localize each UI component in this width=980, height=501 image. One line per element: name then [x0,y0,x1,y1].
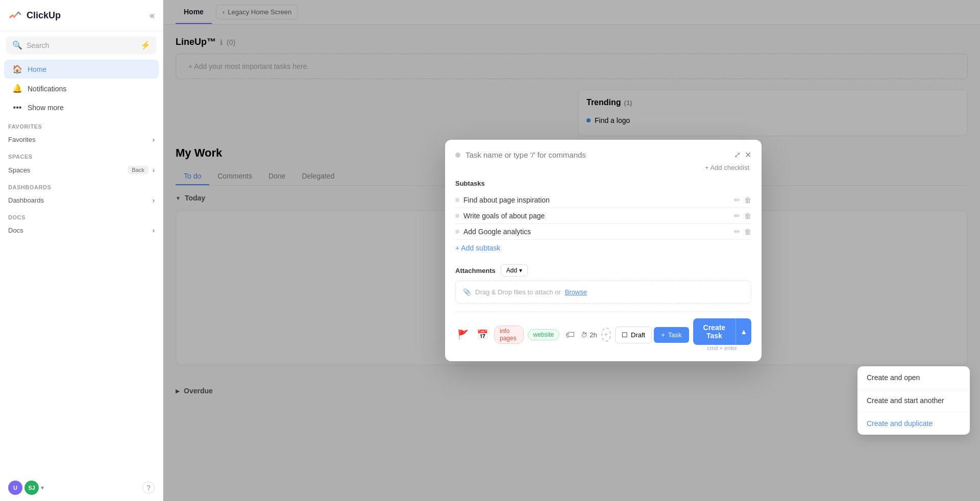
dashboards-row[interactable]: Dashboards › [0,192,163,208]
subtask-edit-button-1[interactable]: ✏ [734,212,740,220]
website-tag[interactable]: website [528,329,560,340]
draft-label: Draft [631,331,645,339]
attachments-section: Attachments Add ▾ 📎 Drag & Drop files to… [455,264,751,304]
help-button[interactable]: ? [142,482,155,494]
avatar-sj[interactable]: SJ [24,481,39,495]
create-task-button[interactable]: Create Task [693,318,736,345]
create-task-split-button: Create Task ▲ [693,318,751,345]
subtask-delete-button-1[interactable]: 🗑 [744,212,751,220]
dropdown-item-create-another[interactable]: Create and start another [857,389,970,412]
modal-top-row: ⤢ ✕ [455,150,751,160]
lightning-icon: ⚡ [140,40,151,50]
subtask-actions-1: ✏ 🗑 [734,212,751,220]
attachments-label: Attachments [455,267,496,274]
sidebar-item-notifications-label: Notifications [28,85,66,93]
spaces-row[interactable]: Spaces Back › [0,162,163,178]
flag-icon-button[interactable]: 🚩 [455,327,471,342]
subtasks-label: Subtasks [455,180,751,187]
main-content-area: Home ‹ Legacy Home Screen LineUp™ ℹ (0) … [163,0,980,501]
clickup-logo-icon [8,8,22,22]
subtask-edit-button-2[interactable]: ✏ [734,228,740,236]
docs-section-label: DOCS [0,208,163,222]
subtask-dot-2 [455,230,459,234]
sidebar-nav: 🏠 Home 🔔 Notifications ••• Show more [0,59,163,117]
add-subtask-button[interactable]: + Add subtask [455,240,500,256]
dropdown-item-create-open[interactable]: Create and open [857,366,970,389]
sidebar-item-home[interactable]: 🏠 Home [4,60,159,79]
sidebar-item-show-more[interactable]: ••• Show more [4,98,159,117]
task-plus-icon: + [661,331,665,339]
docs-label: Docs [8,227,23,234]
search-text: Search [27,41,49,49]
bell-icon: 🔔 [12,84,22,93]
subtask-edit-button-0[interactable]: ✏ [734,196,740,204]
info-pages-tag[interactable]: info pages [494,325,524,344]
sidebar-footer: U SJ ▾ ? [0,474,163,501]
assignee-button[interactable]: + [601,328,611,342]
add-checklist-row[interactable]: + Add checklist [455,164,751,171]
favorites-label: Favorites [8,136,35,143]
dashboards-label: Dashboards [8,196,44,204]
task-name-input[interactable] [465,151,729,159]
home-icon: 🏠 [12,64,22,74]
modal-top-actions: ⤢ ✕ [734,150,751,160]
sidebar-item-notifications[interactable]: 🔔 Notifications [4,79,159,98]
subtask-item-0: Find about page inspiration ✏ 🗑 [455,192,751,208]
modal-status-bullet [455,153,460,158]
draft-checkbox-icon: ☐ [622,331,628,339]
calendar-icon-button[interactable]: 📅 [475,327,490,342]
avatar-group: U SJ ▾ [8,481,44,495]
time-value: 2h [590,331,597,339]
attachments-header: Attachments Add ▾ [455,264,751,277]
subtask-dot-0 [455,198,459,202]
time-badge: ⏱ 2h [581,331,597,339]
draft-button-area: ☐ Draft + Task [615,327,689,343]
avatar-dropdown-icon[interactable]: ▾ [41,484,44,491]
favorites-row[interactable]: Favorites › [0,132,163,147]
subtask-actions-2: ✏ 🗑 [734,228,751,236]
drop-text: Drag & Drop files to attach or [475,288,561,296]
tag-icon-button[interactable]: 🏷 [564,328,577,342]
clock-icon: ⏱ [581,331,587,339]
search-bar[interactable]: 🔍 Search ⚡ [6,36,157,54]
favorites-section-label: FAVORITES [0,117,163,132]
spaces-section-label: SPACES [0,147,163,162]
docs-chevron: › [153,227,155,234]
cmd-hint: cmd + enter [707,345,737,351]
create-task-dropdown-button[interactable]: ▲ [736,318,751,345]
footer-right: ☐ Draft + Task Create Task ▲ cmd + enter [615,318,751,351]
app-name: ClickUp [27,10,61,21]
back-badge[interactable]: Back [128,166,148,174]
sidebar-collapse-button[interactable]: « [150,10,155,21]
avatar-u[interactable]: U [8,481,22,495]
add-attachment-button[interactable]: Add ▾ [501,264,528,277]
subtask-delete-button-0[interactable]: 🗑 [744,196,751,204]
sidebar-header: ClickUp « [0,0,163,31]
add-attachment-label: Add [506,267,517,274]
favorites-chevron: › [153,136,155,143]
drop-zone: 📎 Drag & Drop files to attach or Browse [455,281,751,304]
task-label: Task [668,331,682,339]
browse-link[interactable]: Browse [565,288,587,296]
subtask-item-2: Add Google analytics ✏ 🗑 [455,224,751,240]
add-checklist-label: + Add checklist [705,164,749,171]
dashboards-chevron: › [153,196,155,204]
sidebar-item-home-label: Home [28,65,46,73]
close-icon-button[interactable]: ✕ [745,150,751,160]
docs-row[interactable]: Docs › [0,222,163,238]
create-task-modal: ⤢ ✕ + Add checklist Subtasks Find about … [445,140,762,361]
spaces-label: Spaces [8,166,30,174]
subtask-delete-button-2[interactable]: 🗑 [744,228,751,236]
modal-footer: 🚩 📅 info pages website 🏷 ⏱ 2h + ☐ Draft … [455,312,751,351]
subtasks-section: Subtasks Find about page inspiration ✏ 🗑… [455,180,751,256]
expand-icon-button[interactable]: ⤢ [734,150,741,160]
dropdown-item-create-duplicate[interactable]: Create and duplicate [857,412,970,435]
subtask-item-1: Write goals of about page ✏ 🗑 [455,208,751,224]
dashboards-section-label: DASHBOARDS [0,178,163,192]
draft-button[interactable]: ☐ Draft [615,327,652,343]
task-button[interactable]: + Task [654,327,689,343]
create-task-button-group: Create Task ▲ cmd + enter [693,318,751,351]
subtask-actions-0: ✏ 🗑 [734,196,751,204]
dots-icon: ••• [12,103,22,112]
search-icon: 🔍 [12,40,22,50]
